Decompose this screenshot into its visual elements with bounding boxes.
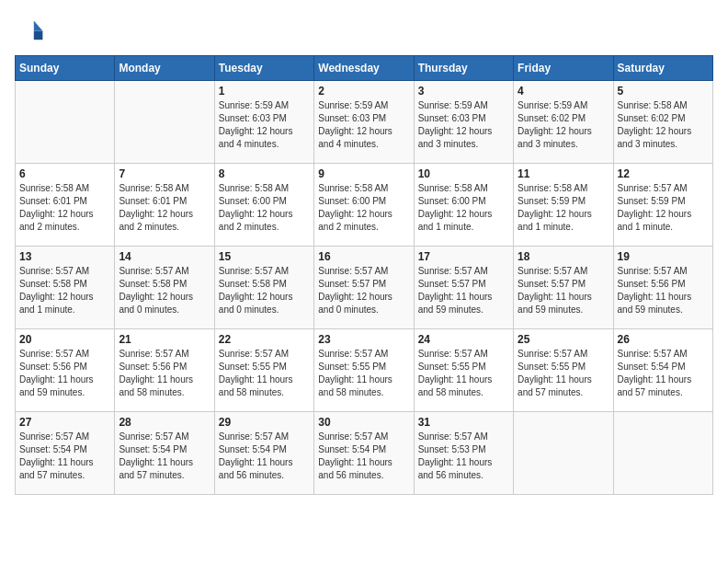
day-number: 6 [19,167,110,180]
calendar-cell [613,412,712,495]
day-info: Sunrise: 5:58 AM Sunset: 6:01 PM Dayligh… [19,182,110,234]
day-number: 17 [418,250,509,263]
day-info: Sunrise: 5:57 AM Sunset: 5:57 PM Dayligh… [518,265,609,316]
day-info: Sunrise: 5:57 AM Sunset: 5:56 PM Dayligh… [119,348,210,399]
calendar-cell [16,81,115,164]
calendar-cell: 18Sunrise: 5:57 AM Sunset: 5:57 PM Dayli… [514,247,613,329]
day-info: Sunrise: 5:57 AM Sunset: 5:58 PM Dayligh… [119,265,210,316]
logo [15,15,48,44]
day-number: 22 [219,333,310,346]
week-row-1: 1Sunrise: 5:59 AM Sunset: 6:03 PM Daylig… [16,81,713,164]
week-row-2: 6Sunrise: 5:58 AM Sunset: 6:01 PM Daylig… [16,164,713,247]
day-info: Sunrise: 5:57 AM Sunset: 5:54 PM Dayligh… [19,431,110,482]
calendar-cell: 14Sunrise: 5:57 AM Sunset: 5:58 PM Dayli… [115,247,214,329]
calendar-header: SundayMondayTuesdayWednesdayThursdayFrid… [16,56,713,81]
day-number: 31 [418,416,509,429]
calendar-cell: 3Sunrise: 5:59 AM Sunset: 6:03 PM Daylig… [414,81,513,164]
svg-marker-0 [34,20,43,30]
header-cell-saturday: Saturday [613,56,712,81]
header-cell-friday: Friday [514,56,613,81]
day-info: Sunrise: 5:58 AM Sunset: 6:00 PM Dayligh… [219,182,310,234]
day-number: 26 [618,333,709,346]
day-number: 13 [19,250,110,263]
calendar-cell: 22Sunrise: 5:57 AM Sunset: 5:55 PM Dayli… [214,329,313,412]
day-number: 29 [219,416,310,429]
header-cell-thursday: Thursday [414,56,513,81]
day-number: 28 [119,416,210,429]
day-info: Sunrise: 5:58 AM Sunset: 6:01 PM Dayligh… [119,182,210,234]
calendar-cell: 8Sunrise: 5:58 AM Sunset: 6:00 PM Daylig… [214,164,313,247]
calendar-cell: 12Sunrise: 5:57 AM Sunset: 5:59 PM Dayli… [613,164,712,247]
day-info: Sunrise: 5:57 AM Sunset: 5:54 PM Dayligh… [318,431,409,482]
week-row-4: 20Sunrise: 5:57 AM Sunset: 5:56 PM Dayli… [16,329,713,412]
day-info: Sunrise: 5:57 AM Sunset: 5:53 PM Dayligh… [418,431,509,482]
day-number: 9 [318,167,409,180]
calendar-cell: 27Sunrise: 5:57 AM Sunset: 5:54 PM Dayli… [16,412,115,495]
calendar-cell: 28Sunrise: 5:57 AM Sunset: 5:54 PM Dayli… [115,412,214,495]
page-header [15,15,713,44]
day-info: Sunrise: 5:57 AM Sunset: 5:55 PM Dayligh… [219,348,310,399]
calendar-cell [514,412,613,495]
day-number: 12 [618,167,709,180]
day-number: 16 [318,250,409,263]
day-number: 21 [119,333,210,346]
calendar-cell: 29Sunrise: 5:57 AM Sunset: 5:54 PM Dayli… [214,412,313,495]
calendar-cell: 21Sunrise: 5:57 AM Sunset: 5:56 PM Dayli… [115,329,214,412]
day-info: Sunrise: 5:59 AM Sunset: 6:03 PM Dayligh… [318,99,409,151]
calendar-cell: 20Sunrise: 5:57 AM Sunset: 5:56 PM Dayli… [16,329,115,412]
day-info: Sunrise: 5:57 AM Sunset: 5:55 PM Dayligh… [418,348,509,399]
day-number: 30 [318,416,409,429]
calendar-cell [115,81,214,164]
day-info: Sunrise: 5:59 AM Sunset: 6:03 PM Dayligh… [219,99,310,151]
day-number: 25 [518,333,609,346]
day-number: 1 [219,85,310,98]
day-info: Sunrise: 5:57 AM Sunset: 5:57 PM Dayligh… [318,265,409,316]
day-info: Sunrise: 5:57 AM Sunset: 5:58 PM Dayligh… [219,265,310,316]
day-info: Sunrise: 5:57 AM Sunset: 5:55 PM Dayligh… [518,348,609,399]
logo-icon [15,15,44,44]
day-info: Sunrise: 5:57 AM Sunset: 5:57 PM Dayligh… [418,265,509,316]
week-row-5: 27Sunrise: 5:57 AM Sunset: 5:54 PM Dayli… [16,412,713,495]
day-number: 24 [418,333,509,346]
day-number: 10 [418,167,509,180]
day-number: 15 [219,250,310,263]
calendar-cell: 26Sunrise: 5:57 AM Sunset: 5:54 PM Dayli… [613,329,712,412]
day-info: Sunrise: 5:59 AM Sunset: 6:03 PM Dayligh… [418,99,509,151]
day-number: 7 [119,167,210,180]
day-info: Sunrise: 5:57 AM Sunset: 5:54 PM Dayligh… [618,348,709,399]
calendar-cell: 19Sunrise: 5:57 AM Sunset: 5:56 PM Dayli… [613,247,712,329]
day-number: 5 [618,85,709,98]
calendar-body: 1Sunrise: 5:59 AM Sunset: 6:03 PM Daylig… [16,81,713,495]
calendar-cell: 7Sunrise: 5:58 AM Sunset: 6:01 PM Daylig… [115,164,214,247]
day-number: 4 [518,85,609,98]
calendar-cell: 30Sunrise: 5:57 AM Sunset: 5:54 PM Dayli… [314,412,414,495]
day-info: Sunrise: 5:59 AM Sunset: 6:02 PM Dayligh… [518,99,609,151]
day-number: 23 [318,333,409,346]
calendar-cell: 1Sunrise: 5:59 AM Sunset: 6:03 PM Daylig… [214,81,313,164]
calendar-cell: 9Sunrise: 5:58 AM Sunset: 6:00 PM Daylig… [314,164,414,247]
day-number: 18 [518,250,609,263]
calendar-table: SundayMondayTuesdayWednesdayThursdayFrid… [15,55,713,495]
day-number: 27 [19,416,110,429]
day-number: 2 [318,85,409,98]
calendar-cell: 24Sunrise: 5:57 AM Sunset: 5:55 PM Dayli… [414,329,513,412]
day-number: 14 [119,250,210,263]
calendar-cell: 4Sunrise: 5:59 AM Sunset: 6:02 PM Daylig… [514,81,613,164]
day-number: 20 [19,333,110,346]
calendar-cell: 31Sunrise: 5:57 AM Sunset: 5:53 PM Dayli… [414,412,513,495]
day-info: Sunrise: 5:58 AM Sunset: 5:59 PM Dayligh… [518,182,609,234]
header-cell-wednesday: Wednesday [314,56,414,81]
calendar-cell: 10Sunrise: 5:58 AM Sunset: 6:00 PM Dayli… [414,164,513,247]
day-number: 8 [219,167,310,180]
svg-marker-1 [34,31,43,40]
calendar-cell: 16Sunrise: 5:57 AM Sunset: 5:57 PM Dayli… [314,247,414,329]
header-cell-tuesday: Tuesday [214,56,313,81]
calendar-cell: 2Sunrise: 5:59 AM Sunset: 6:03 PM Daylig… [314,81,414,164]
day-info: Sunrise: 5:58 AM Sunset: 6:00 PM Dayligh… [418,182,509,234]
day-number: 11 [518,167,609,180]
week-row-3: 13Sunrise: 5:57 AM Sunset: 5:58 PM Dayli… [16,247,713,329]
header-cell-sunday: Sunday [16,56,115,81]
day-info: Sunrise: 5:57 AM Sunset: 5:54 PM Dayligh… [119,431,210,482]
day-info: Sunrise: 5:58 AM Sunset: 6:02 PM Dayligh… [618,99,709,151]
day-number: 19 [618,250,709,263]
